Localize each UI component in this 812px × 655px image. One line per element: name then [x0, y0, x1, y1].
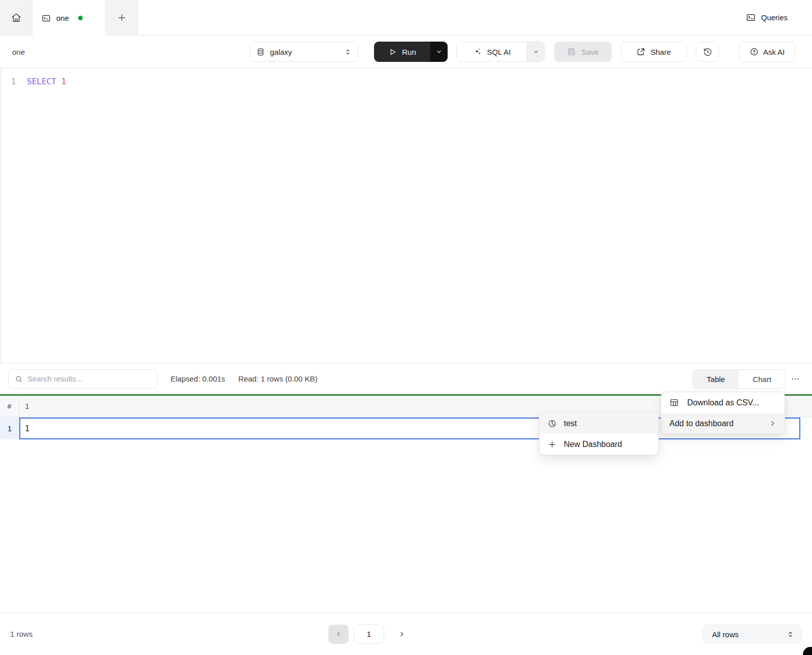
table-icon	[669, 398, 679, 407]
sql-console-window: one Queries one	[0, 0, 812, 655]
play-icon	[388, 48, 397, 56]
tab-one[interactable]: one	[32, 0, 106, 36]
results-toolbar: Elapsed: 0.001s Read: 1 rows (0.00 KB) T…	[0, 363, 812, 394]
chevron-right-icon	[769, 420, 776, 427]
run-button-group: Run	[374, 42, 448, 62]
sql-ai-options-button[interactable]	[527, 42, 544, 61]
sql-keyword: SELECT	[27, 77, 56, 86]
row-index-cell[interactable]: 1	[0, 418, 19, 439]
query-title: one	[12, 36, 25, 68]
sql-editor[interactable]: 1 SELECT1	[0, 68, 812, 363]
question-circle-icon	[750, 47, 759, 56]
index-column-header: #	[0, 396, 19, 417]
chevron-right-icon	[398, 631, 405, 638]
search-results-field	[8, 369, 157, 389]
sql-ai-button[interactable]: SQL AI	[457, 42, 527, 61]
plus-icon	[548, 440, 557, 449]
editor-code: SELECT1	[27, 76, 66, 87]
ask-ai-button[interactable]: Ask AI	[739, 42, 795, 62]
results-context-menu: Download as CSV... Add to dashboard	[661, 392, 785, 434]
view-toggle: Table Chart	[692, 369, 786, 389]
home-button[interactable]	[0, 0, 32, 36]
page-size-value: All rows	[712, 630, 787, 639]
chart-view-button[interactable]: Chart	[739, 370, 785, 388]
results-footer: 1 rows 1 All rows	[0, 612, 812, 655]
queries-button[interactable]: Queries	[746, 0, 788, 35]
ask-ai-button-label: Ask AI	[763, 48, 785, 56]
next-page-button[interactable]	[393, 625, 411, 644]
menu-item-download-csv[interactable]: Download as CSV...	[661, 392, 785, 413]
submenu-item-label: test	[564, 419, 577, 428]
sql-ai-button-group: SQL AI	[456, 42, 545, 62]
row-count: 1 rows	[10, 613, 32, 655]
save-button[interactable]: Save	[554, 42, 612, 62]
history-icon	[703, 47, 713, 57]
menu-item-add-to-dashboard[interactable]: Add to dashboard	[661, 413, 785, 434]
table-view-button[interactable]: Table	[693, 370, 739, 388]
share-icon	[636, 47, 646, 56]
current-page-indicator[interactable]: 1	[354, 625, 384, 644]
sparkles-icon	[473, 47, 482, 56]
sql-ai-button-label: SQL AI	[487, 48, 511, 56]
share-button-label: Share	[651, 48, 671, 56]
run-options-button[interactable]	[430, 42, 448, 62]
read-stat: Read: 1 rows (0.00 KB)	[239, 374, 318, 383]
unsaved-indicator-dot	[78, 16, 83, 20]
query-toolbar: one galaxy	[0, 36, 812, 68]
submenu-item-label: New Dashboard	[564, 440, 622, 449]
more-options-button[interactable]	[788, 372, 803, 386]
elapsed-stat: Elapsed: 0.001s	[171, 374, 225, 383]
previous-page-button[interactable]	[328, 625, 349, 644]
database-select-value: galaxy	[270, 48, 339, 56]
database-icon	[256, 48, 265, 56]
menu-item-label: Download as CSV...	[687, 398, 759, 407]
pagination: 1	[328, 613, 411, 655]
updown-chevron-icon	[344, 48, 352, 56]
run-button-label: Run	[402, 48, 416, 56]
ellipsis-icon	[791, 374, 800, 384]
line-number: 1	[0, 76, 16, 87]
updown-chevron-icon	[787, 631, 794, 638]
terminal-icon	[746, 13, 756, 22]
submenu-item-test[interactable]: test	[539, 413, 658, 434]
database-select[interactable]: galaxy	[250, 42, 358, 62]
page-size-select[interactable]: All rows	[702, 625, 802, 644]
home-icon	[11, 12, 22, 23]
history-button[interactable]	[696, 42, 719, 62]
tab-bar: one Queries	[0, 0, 812, 36]
plus-icon	[117, 13, 127, 23]
queries-button-label: Queries	[761, 13, 788, 22]
chevron-left-icon	[335, 631, 342, 638]
editor-line: 1 SELECT1	[0, 68, 812, 87]
search-results-input[interactable]	[27, 374, 151, 383]
submenu-item-new-dashboard[interactable]: New Dashboard	[539, 434, 658, 455]
search-icon	[15, 375, 23, 383]
sql-number: 1	[61, 77, 66, 86]
new-tab-button[interactable]	[106, 0, 138, 36]
save-button-label: Save	[581, 48, 598, 56]
chevron-down-icon	[532, 48, 539, 55]
share-button[interactable]: Share	[621, 42, 687, 62]
chevron-down-icon	[435, 48, 443, 55]
dashboard-submenu: test New Dashboard	[539, 412, 659, 455]
save-icon	[567, 47, 576, 56]
run-button[interactable]: Run	[374, 42, 430, 62]
tab-label: one	[56, 14, 69, 22]
pie-chart-icon	[548, 419, 557, 428]
menu-item-label: Add to dashboard	[669, 419, 733, 428]
terminal-icon	[42, 14, 51, 23]
